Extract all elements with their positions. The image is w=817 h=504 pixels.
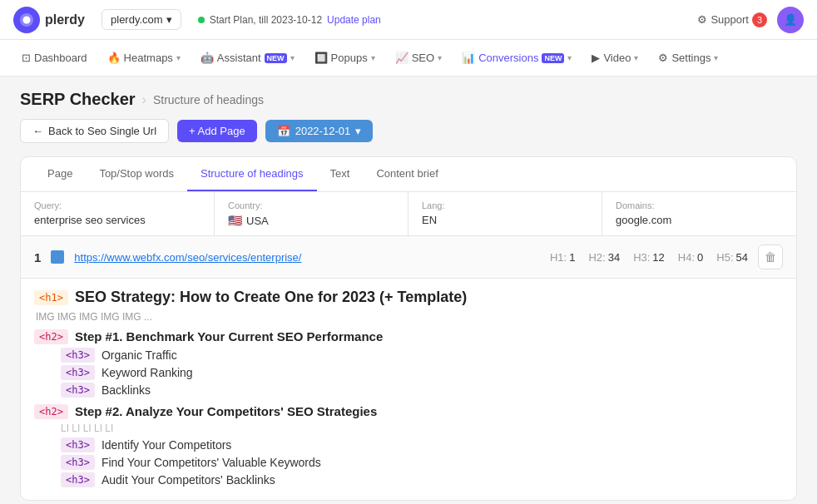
seo-icon: 📈	[395, 52, 408, 64]
nav-item-heatmaps[interactable]: 🔥 Heatmaps ▾	[99, 40, 189, 77]
lang-value: EN	[422, 214, 588, 226]
nav-item-seo[interactable]: 📈 SEO ▾	[387, 40, 450, 77]
breadcrumb: SERP Checker › Structure of headings	[20, 90, 797, 109]
tab-text[interactable]: Text	[317, 157, 364, 191]
toolbar: ← Back to Seo Single Url + Add Page 📅 20…	[20, 119, 797, 143]
nav-bar: ⊡ Dashboard 🔥 Heatmaps ▾ 🤖 Assistant NEW…	[0, 40, 817, 77]
heading-stats: H1: 1 H2: 34 H3: 12 H4: 0 H5: 54	[550, 251, 748, 264]
h3-tag-3: <h3>	[61, 383, 95, 398]
h2-tag-1: <h2>	[34, 329, 68, 344]
back-label: Back to Seo Single Url	[48, 125, 156, 137]
update-plan-link[interactable]: Update plan	[327, 14, 381, 26]
h3-title-4: Identify Your Competitors	[102, 438, 231, 452]
h3-title-6: Audit Your Competitors' Backlinks	[102, 473, 275, 487]
video-icon: ▶	[592, 52, 600, 64]
h3-label: H3:	[633, 251, 650, 264]
nav-label-settings: Settings	[671, 52, 711, 64]
h3-value: 12	[652, 251, 664, 264]
nav-item-conversions[interactable]: 📊 Conversions NEW ▾	[453, 40, 580, 77]
domain-label: plerdy.com	[111, 13, 163, 26]
settings-chevron: ▾	[714, 53, 718, 62]
query-cell: Query: enterprise seo services	[21, 192, 215, 235]
nav-item-assistant[interactable]: 🤖 Assistant NEW ▾	[192, 40, 303, 77]
add-label: + Add Page	[189, 125, 245, 137]
date-label: 2022-12-01	[295, 125, 351, 137]
avatar[interactable]: 👤	[777, 7, 804, 33]
back-button[interactable]: ← Back to Seo Single Url	[20, 119, 169, 143]
nav-label-seo: SEO	[412, 52, 434, 64]
date-picker-button[interactable]: 📅 2022-12-01 ▾	[265, 120, 374, 142]
country-name: USA	[246, 215, 269, 227]
support-label: Support	[711, 13, 749, 26]
page-title: SERP Checker	[20, 90, 136, 109]
domains-label: Domains:	[616, 200, 783, 210]
plan-text: Start Plan, till 2023-10-12	[210, 14, 322, 26]
video-chevron: ▾	[634, 53, 638, 62]
conversions-new-badge: NEW	[542, 53, 564, 63]
top-bar: plerdy plerdy.com ▾ Start Plan, till 202…	[0, 0, 817, 40]
h2-value: 34	[608, 251, 620, 264]
query-label: Query:	[34, 200, 201, 210]
conversions-chevron: ▾	[567, 53, 572, 62]
nav-item-video[interactable]: ▶ Video ▾	[583, 40, 646, 77]
h1-value: 1	[569, 251, 575, 264]
add-page-button[interactable]: + Add Page	[177, 120, 257, 142]
tab-structure[interactable]: Structure of headings	[187, 157, 317, 191]
delete-button[interactable]: 🗑	[758, 245, 783, 269]
popups-chevron: ▾	[371, 53, 375, 62]
h4-stat: H4: 0	[678, 251, 703, 264]
logo-text: plerdy	[45, 12, 85, 27]
h4-value: 0	[697, 251, 703, 264]
nav-item-popups[interactable]: 🔲 Popups ▾	[306, 40, 384, 77]
nav-label-assistant: Assistant	[217, 52, 261, 64]
settings-icon: ⚙	[658, 52, 668, 64]
support-badge: 3	[752, 12, 767, 27]
tab-content-brief[interactable]: Content brief	[363, 157, 451, 191]
li-placeholders: LI LI LI LI LI	[61, 422, 783, 434]
date-chevron: ▾	[355, 125, 361, 137]
h3-row-6: <h3> Audit Your Competitors' Backlinks	[61, 472, 783, 487]
h3-tag-4: <h3>	[61, 437, 95, 452]
h3-tag-1: <h3>	[61, 348, 95, 363]
seo-chevron: ▾	[438, 53, 442, 62]
domains-cell: Domains: google.com	[602, 192, 796, 235]
popups-icon: 🔲	[314, 52, 328, 64]
h3-title-3: Backlinks	[102, 383, 151, 397]
h3-tag-5: <h3>	[61, 455, 95, 470]
domain-selector[interactable]: plerdy.com ▾	[102, 9, 181, 30]
heatmaps-chevron: ▾	[176, 53, 181, 62]
tabs: Page Top/Stop words Structure of heading…	[21, 157, 796, 192]
assistant-chevron: ▾	[290, 53, 295, 62]
h4-label: H4:	[678, 251, 695, 264]
result-number: 1	[34, 250, 41, 264]
h2-title-2: Step #2. Analyze Your Competitors' SEO S…	[75, 404, 377, 418]
domain-chevron: ▾	[166, 13, 172, 26]
tab-page[interactable]: Page	[34, 157, 86, 191]
nav-item-settings[interactable]: ⚙ Settings ▾	[650, 40, 726, 77]
nav-label-conversions: Conversions	[478, 52, 538, 64]
h3-stat: H3: 12	[633, 251, 665, 264]
h1-stat: H1: 1	[550, 251, 575, 264]
plan-badge: Start Plan, till 2023-10-12 Update plan	[198, 14, 381, 26]
nav-label-dashboard: Dashboard	[34, 52, 87, 64]
plan-dot	[198, 17, 205, 23]
h2-tag-2: <h2>	[34, 404, 68, 419]
result-url[interactable]: https://www.webfx.com/seo/services/enter…	[74, 251, 301, 264]
h3-title-1: Organic Traffic	[102, 348, 177, 362]
support-button[interactable]: ⚙ Support 3	[697, 12, 767, 27]
nav-item-dashboard[interactable]: ⊡ Dashboard	[13, 40, 96, 77]
page-content: SERP Checker › Structure of headings ← B…	[0, 77, 817, 504]
back-arrow-icon: ←	[32, 125, 43, 137]
h3-tag-6: <h3>	[61, 472, 95, 487]
breadcrumb-sub: Structure of headings	[153, 93, 264, 106]
h3-row-2: <h3> Keyword Ranking	[61, 365, 783, 380]
breadcrumb-separator: ›	[142, 92, 146, 107]
logo: plerdy	[13, 7, 85, 33]
gear-icon: ⚙	[697, 13, 707, 26]
main-card: Page Top/Stop words Structure of heading…	[20, 156, 797, 501]
h3-row-1: <h3> Organic Traffic	[61, 348, 783, 363]
query-row: Query: enterprise seo services Country: …	[21, 192, 796, 236]
tab-top-stop[interactable]: Top/Stop words	[86, 157, 187, 191]
heading-tree: <h1> SEO Strategy: How to Create One for…	[21, 279, 796, 500]
h2-row-2: <h2> Step #2. Analyze Your Competitors' …	[34, 404, 783, 419]
